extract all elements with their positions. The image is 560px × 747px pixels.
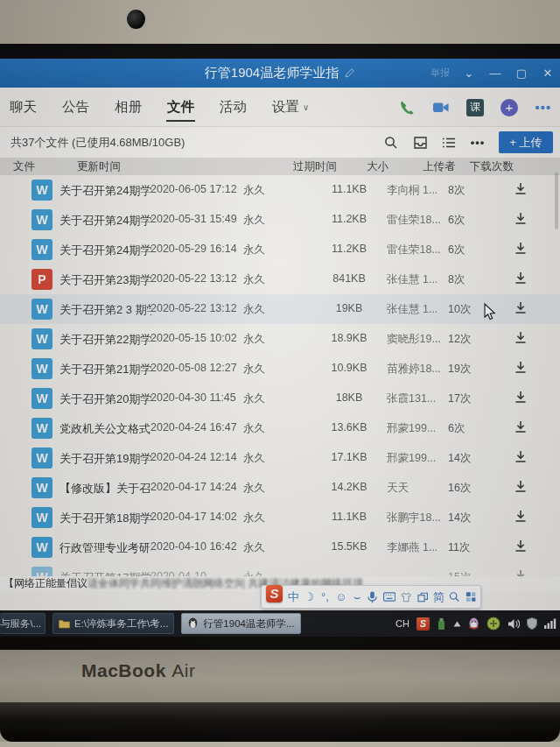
file-type-icon: W: [32, 239, 52, 260]
taskbar-button-0[interactable]: 与服务\...: [0, 613, 46, 634]
file-name[interactable]: 关于召开第23期学业指...: [60, 272, 151, 288]
table-row[interactable]: W 关于召开第24期学业指... 2020-06-05 17:12 永久 11.…: [0, 175, 560, 205]
file-uploader: 李娜燕 1...: [387, 540, 448, 555]
tray-360-icon[interactable]: [486, 617, 500, 631]
file-name[interactable]: 行政管理专业考研科目...: [60, 540, 151, 556]
file-download-count: 14次: [448, 511, 471, 525]
file-name[interactable]: 关于召开第24期学业指...: [60, 213, 151, 229]
ime-toolbox-icon[interactable]: [417, 592, 428, 603]
screen-bottom-edge: [0, 637, 560, 650]
download-icon[interactable]: [514, 301, 527, 318]
file-name[interactable]: 关于召开第2 3 期学业指...: [60, 302, 151, 318]
download-icon[interactable]: [514, 271, 527, 288]
class-icon[interactable]: 课: [466, 98, 485, 117]
search-icon[interactable]: [383, 135, 399, 151]
download-icon[interactable]: [514, 361, 527, 377]
file-name[interactable]: 关于召开第24期学业指...: [60, 183, 151, 199]
ime-mode-toggle[interactable]: 中: [288, 589, 298, 605]
col-header-expiry[interactable]: 过期时间: [293, 159, 337, 174]
upload-button[interactable]: + 上传: [499, 131, 553, 153]
download-icon[interactable]: [514, 480, 527, 497]
close-button[interactable]: ✕: [541, 67, 555, 80]
col-header-updated[interactable]: 更新时间: [77, 159, 121, 174]
col-header-downloads[interactable]: 下载次数: [470, 159, 514, 174]
tray-qq-icon[interactable]: [468, 617, 480, 631]
ime-keyboard-icon[interactable]: [383, 592, 396, 602]
tab-2[interactable]: 相册: [114, 89, 143, 125]
table-row[interactable]: W 【修改版】关于召开第1... 2020-04-17 14:24 永久 14.…: [0, 473, 560, 503]
macbook-air-label: MacBook Air: [81, 660, 195, 681]
tray-network-icon[interactable]: [544, 618, 556, 629]
ime-search-icon[interactable]: [449, 591, 459, 603]
table-row[interactable]: W 关于召开第19期学业指... 2020-04-24 12:14 永久 17.…: [0, 443, 560, 473]
file-name[interactable]: 关于召开第18期学业指...: [60, 511, 151, 526]
col-header-size[interactable]: 大小: [367, 159, 388, 174]
table-row[interactable]: W 关于召开第18期学业指... 2020-04-17 14:02 永久 11.…: [0, 503, 560, 532]
file-name[interactable]: 关于召开第19期学业指...: [60, 451, 151, 467]
voice-call-icon[interactable]: [397, 98, 416, 117]
table-row[interactable]: W 关于召开第20期学业指... 2020-04-30 11:45 永久 18K…: [0, 384, 560, 413]
chevron-down-icon[interactable]: ⌄: [462, 67, 476, 80]
table-row[interactable]: W 关于召开第2 3 期学业指... 2020-05-22 13:12 永久 1…: [0, 294, 560, 324]
ime-night-mode-icon[interactable]: ☽: [304, 590, 314, 603]
file-type-icon: W: [32, 507, 52, 528]
tab-3[interactable]: 文件: [166, 89, 195, 125]
file-name[interactable]: 【修改版】关于召开第1...: [60, 481, 151, 497]
file-type-icon: W: [32, 328, 52, 349]
table-row[interactable]: W 关于召开第24期学业指... 2020-05-31 15:49 永久 11.…: [0, 205, 560, 235]
tab-0[interactable]: 聊天: [9, 89, 38, 125]
more-menu-icon[interactable]: •••: [534, 98, 553, 117]
tray-volume-icon[interactable]: [508, 618, 520, 630]
file-name[interactable]: 关于召开第20期学业指...: [60, 391, 151, 407]
table-row[interactable]: W 关于召开第22期学业指... 2020-05-15 10:02 永久 18.…: [0, 324, 560, 354]
add-member-icon[interactable]: +: [500, 98, 519, 117]
inbox-icon[interactable]: [412, 135, 428, 151]
download-icon[interactable]: [514, 331, 527, 348]
col-header-uploader[interactable]: 上传者: [423, 159, 456, 174]
table-row[interactable]: P 关于召开第23期学业指... 2020-05-22 13:12 永久 841…: [0, 264, 560, 294]
download-icon[interactable]: [514, 420, 527, 437]
file-name[interactable]: 关于召开第24期学业指...: [60, 243, 151, 258]
col-header-file[interactable]: 文件: [13, 159, 35, 174]
ime-skin-icon[interactable]: [401, 592, 411, 603]
ime-punctuation-icon[interactable]: °,: [319, 590, 330, 603]
tab-1[interactable]: 公告: [61, 89, 90, 125]
ime-charset-toggle[interactable]: 简: [433, 589, 444, 605]
tray-language-indicator[interactable]: CH: [396, 618, 410, 629]
taskbar-button-2[interactable]: 行管1904温老师学...: [181, 613, 300, 634]
table-row[interactable]: W 关于召开第21期学业指... 2020-05-08 12:27 永久 10.…: [0, 354, 560, 384]
maximize-button[interactable]: ▢: [514, 67, 528, 80]
scrollbar-thumb[interactable]: [555, 173, 558, 229]
download-icon[interactable]: [514, 391, 527, 407]
sogou-logo-icon[interactable]: S: [266, 585, 283, 603]
tray-show-hidden-icon[interactable]: [453, 621, 461, 627]
table-row[interactable]: W 党政机关公文格式.docx 2020-04-24 16:47 永久 13.6…: [0, 413, 560, 443]
download-icon[interactable]: [514, 450, 527, 467]
ime-grid-icon[interactable]: [466, 591, 476, 603]
file-name[interactable]: 关于召开第21期学业指...: [60, 362, 151, 377]
report-button[interactable]: 举报: [430, 67, 450, 80]
tab-5[interactable]: 设置∨: [271, 89, 310, 125]
table-row[interactable]: W 行政管理专业考研科目... 2020-04-10 16:42 永久 15.5…: [0, 532, 560, 562]
minimize-button[interactable]: —: [488, 67, 502, 80]
ime-voice-input-icon[interactable]: [368, 591, 378, 603]
download-icon[interactable]: [514, 510, 527, 526]
tray-sogou-icon[interactable]: S: [416, 617, 430, 631]
ime-kaomoji-icon[interactable]: ⌣: [352, 590, 362, 604]
tray-usb-icon[interactable]: [437, 617, 446, 631]
file-name[interactable]: 党政机关公文格式.docx: [60, 421, 151, 437]
download-icon[interactable]: [514, 242, 527, 258]
video-call-icon[interactable]: [431, 98, 451, 117]
download-icon[interactable]: [514, 212, 527, 229]
ime-emoji-icon[interactable]: ☺: [335, 590, 346, 603]
file-name[interactable]: 关于召开第22期学业指...: [60, 332, 151, 348]
table-row[interactable]: W 关于召开第24期学业指... 2020-05-29 16:14 永久 11.…: [0, 235, 560, 264]
list-view-icon[interactable]: [441, 135, 457, 151]
tab-4[interactable]: 活动: [219, 89, 248, 125]
more-tools-icon[interactable]: •••: [470, 135, 486, 151]
tray-security-shield-icon[interactable]: [527, 617, 537, 630]
download-icon[interactable]: [514, 539, 527, 556]
download-icon[interactable]: [514, 182, 527, 199]
edit-title-icon[interactable]: [344, 67, 355, 79]
taskbar-button-1[interactable]: E:\淬炼事务工作\考...: [52, 613, 174, 634]
